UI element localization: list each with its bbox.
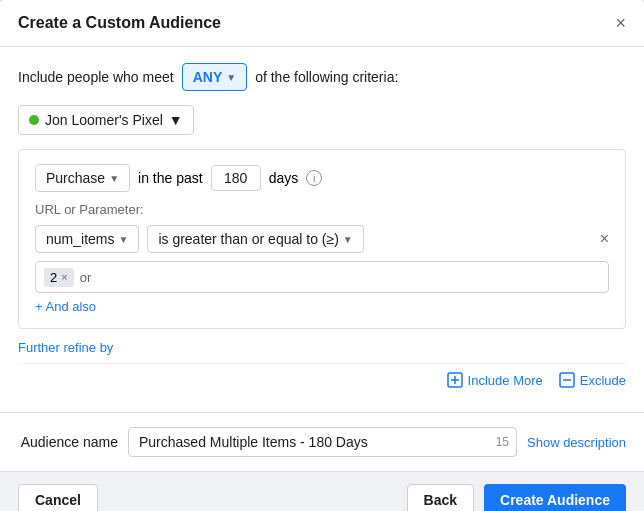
value-tag-remove-icon[interactable]: × (61, 271, 67, 283)
param-name-dropdown[interactable]: num_items ▼ (35, 225, 139, 253)
and-also-link[interactable]: + And also (35, 299, 96, 314)
param-name-caret-icon: ▼ (118, 234, 128, 245)
pixel-caret-icon: ▼ (169, 112, 183, 128)
modal-header: Create a Custom Audience × (0, 0, 644, 47)
exclude-icon (559, 372, 575, 388)
any-dropdown[interactable]: ANY ▼ (182, 63, 247, 91)
char-count: 15 (496, 435, 509, 449)
audience-name-label: Audience name (18, 434, 118, 450)
in-the-past-label: in the past (138, 170, 203, 186)
event-row: Purchase ▼ in the past days i (35, 164, 609, 192)
value-tag-text: 2 (50, 270, 57, 285)
audience-name-input[interactable] (128, 427, 517, 457)
param-close-icon[interactable]: × (600, 230, 609, 248)
days-label: days (269, 170, 299, 186)
include-exclude-row: Include More Exclude (18, 363, 626, 396)
exclude-button[interactable]: Exclude (559, 372, 626, 388)
audience-name-input-wrap: 15 (128, 427, 517, 457)
any-label: ANY (193, 69, 223, 85)
back-button[interactable]: Back (407, 484, 474, 511)
exclude-label: Exclude (580, 373, 626, 388)
info-icon[interactable]: i (306, 170, 322, 186)
modal-footer: Cancel Back Create Audience (0, 471, 644, 511)
show-description-link[interactable]: Show description (527, 435, 626, 450)
further-refine-link[interactable]: Further refine by (18, 340, 113, 355)
pixel-name: Jon Loomer's Pixel (45, 112, 163, 128)
criteria-row: Include people who meet ANY ▼ of the fol… (18, 63, 626, 91)
modal-body: Include people who meet ANY ▼ of the fol… (0, 47, 644, 412)
pixel-button[interactable]: Jon Loomer's Pixel ▼ (18, 105, 194, 135)
event-type-label: Purchase (46, 170, 105, 186)
audience-name-row: Audience name 15 Show description (0, 412, 644, 471)
include-more-label: Include More (468, 373, 543, 388)
create-audience-button[interactable]: Create Audience (484, 484, 626, 511)
modal-title: Create a Custom Audience (18, 14, 221, 32)
cancel-button[interactable]: Cancel (18, 484, 98, 511)
include-more-button[interactable]: Include More (447, 372, 543, 388)
value-row[interactable]: 2 × or (35, 261, 609, 293)
days-input[interactable] (211, 165, 261, 191)
value-tag: 2 × (44, 268, 74, 287)
further-refine-row: Further refine by (18, 339, 626, 355)
condition-label: is greater than or equal to (≥) (158, 231, 338, 247)
following-label: of the following criteria: (255, 69, 398, 85)
event-type-dropdown[interactable]: Purchase ▼ (35, 164, 130, 192)
include-more-icon (447, 372, 463, 388)
footer-right: Back Create Audience (407, 484, 626, 511)
param-row: num_items ▼ is greater than or equal to … (35, 225, 609, 253)
or-label: or (80, 270, 92, 285)
pixel-status-icon (29, 115, 39, 125)
inner-card: Purchase ▼ in the past days i URL or Par… (18, 149, 626, 329)
condition-dropdown[interactable]: is greater than or equal to (≥) ▼ (147, 225, 363, 253)
close-button[interactable]: × (615, 14, 626, 32)
param-name-label: num_items (46, 231, 114, 247)
pixel-row: Jon Loomer's Pixel ▼ (18, 105, 626, 135)
url-param-label: URL or Parameter: (35, 202, 609, 217)
include-label: Include people who meet (18, 69, 174, 85)
event-type-caret-icon: ▼ (109, 173, 119, 184)
condition-caret-icon: ▼ (343, 234, 353, 245)
create-custom-audience-modal: Create a Custom Audience × Include peopl… (0, 0, 644, 511)
any-caret-icon: ▼ (226, 72, 236, 83)
